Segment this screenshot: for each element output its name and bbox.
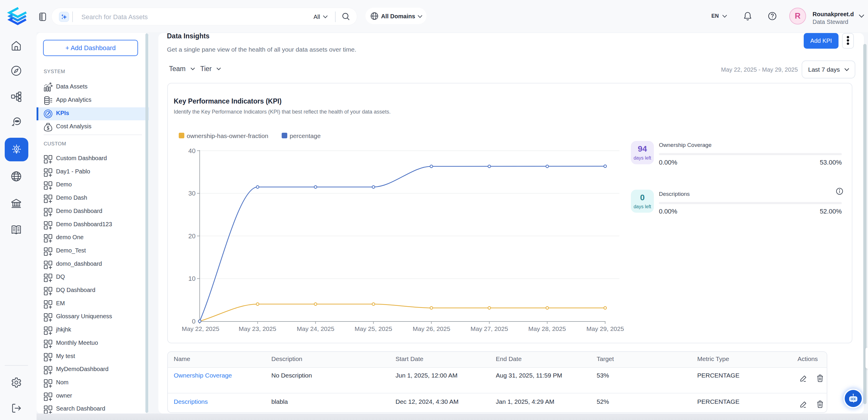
svg-text:May 22, 2025: May 22, 2025	[182, 325, 219, 332]
svg-text:May 25, 2025: May 25, 2025	[354, 325, 392, 332]
svg-text:May 29, 2025: May 29, 2025	[586, 325, 624, 332]
svg-text:0: 0	[192, 318, 195, 325]
svg-text:May 28, 2025: May 28, 2025	[528, 325, 566, 332]
svg-text:May 24, 2025: May 24, 2025	[297, 325, 334, 332]
svg-text:20: 20	[188, 233, 195, 240]
svg-text:May 23, 2025: May 23, 2025	[239, 325, 276, 332]
svg-text:30: 30	[188, 190, 195, 197]
svg-text:May 27, 2025: May 27, 2025	[470, 325, 508, 332]
svg-text:10: 10	[188, 275, 195, 282]
svg-text:40: 40	[188, 147, 195, 154]
svg-text:May 26, 2025: May 26, 2025	[413, 325, 450, 332]
